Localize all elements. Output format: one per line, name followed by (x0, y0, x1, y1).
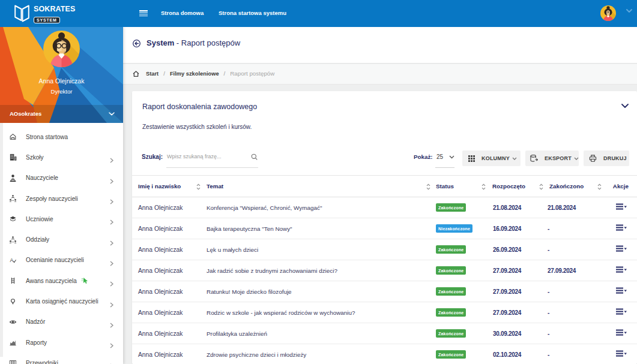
svg-text:A: A (10, 257, 13, 263)
